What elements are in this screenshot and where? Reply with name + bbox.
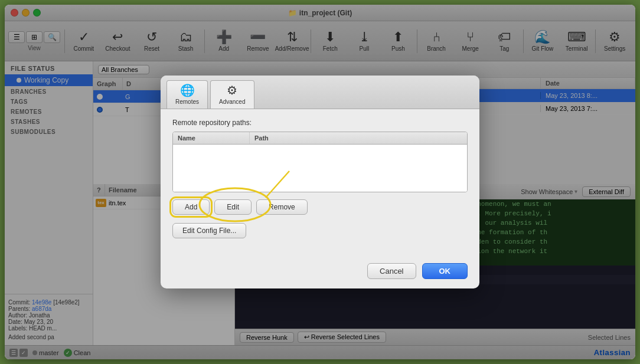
modal-tab-remotes[interactable]: 🌐 Remotes (166, 80, 208, 109)
repo-name-col: Name (173, 132, 250, 144)
modal-body: Remote repository paths: Name Path Add E… (161, 109, 479, 257)
modal-tab-advanced[interactable]: ⚙ Advanced (210, 80, 254, 109)
modal-add-button[interactable]: Add (172, 199, 210, 215)
repo-table: Name Path (172, 132, 468, 192)
modal-btn-row: Add Edit Remove (172, 199, 468, 215)
main-window: 📁 itn_project (Git) ☰ ⊞ 🔍 View ✓ Commit … (5, 5, 635, 359)
edit-config-button[interactable]: Edit Config File... (172, 223, 246, 238)
modal-repo-label: Remote repository paths: (172, 119, 468, 127)
repo-path-col: Path (250, 132, 467, 144)
cancel-button[interactable]: Cancel (367, 263, 416, 279)
modal-overlay: 🌐 Remotes ⚙ Advanced Remote repository p… (5, 5, 635, 359)
modal-tabs: 🌐 Remotes ⚙ Advanced (161, 76, 479, 109)
modal-edit-button[interactable]: Edit (214, 199, 252, 215)
modal-footer: Cancel OK (161, 257, 479, 288)
ok-button[interactable]: OK (422, 263, 468, 279)
repo-table-body (173, 145, 467, 192)
modal-remove-button[interactable]: Remove (256, 199, 308, 215)
remotes-modal: 🌐 Remotes ⚙ Advanced Remote repository p… (161, 76, 479, 288)
remotes-tab-icon: 🌐 (180, 83, 195, 97)
repo-table-header: Name Path (173, 132, 467, 145)
advanced-tab-icon: ⚙ (227, 83, 237, 97)
